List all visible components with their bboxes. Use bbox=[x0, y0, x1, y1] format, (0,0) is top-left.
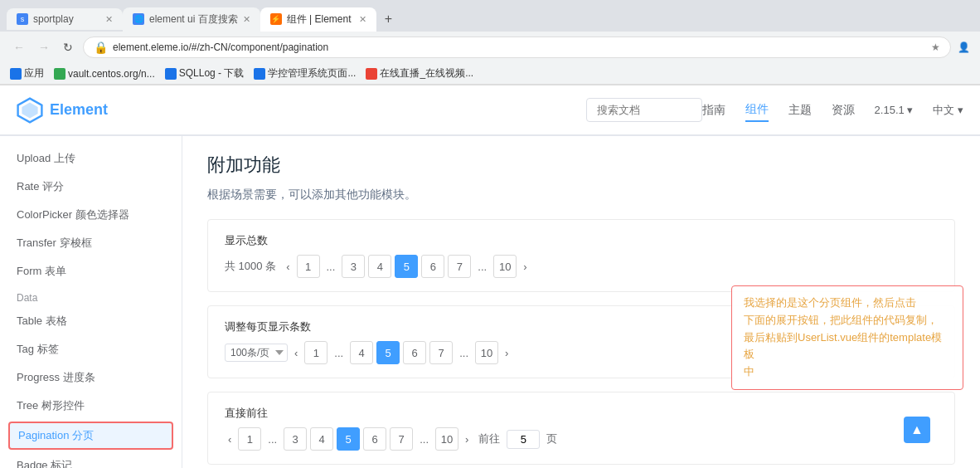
main-layout: Upload 上传 Rate 评分 ColorPicker 颜色选择器 Tran… bbox=[0, 136, 980, 468]
sidebar-item-table[interactable]: Table 表格 bbox=[0, 307, 182, 335]
sidebar-section-data: Data bbox=[0, 285, 182, 307]
refresh-button[interactable]: ↻ bbox=[60, 39, 76, 56]
logo[interactable]: Element bbox=[17, 97, 108, 124]
bookmark-sqllog-icon bbox=[165, 68, 177, 80]
nav-theme[interactable]: 主题 bbox=[788, 100, 812, 121]
profile-icon[interactable]: 👤 bbox=[958, 41, 970, 53]
page-4-total[interactable]: 4 bbox=[368, 255, 391, 278]
tab-label-element-component: 组件 | Element bbox=[287, 12, 352, 27]
browser-actions: 👤 bbox=[958, 41, 970, 53]
tab-element-component[interactable]: ⚡ 组件 | Element ✕ bbox=[260, 7, 376, 32]
sidebar-item-form[interactable]: Form 表单 bbox=[0, 257, 182, 285]
tab-favicon-element-search: 🌐 bbox=[133, 13, 144, 25]
page-3-goto[interactable]: 3 bbox=[284, 427, 307, 451]
content-area: 附加功能 根据场景需要，可以添加其他功能模块。 显示总数 共 1000 条 ‹ … bbox=[182, 136, 980, 468]
tab-close-sportplay[interactable]: ✕ bbox=[105, 14, 113, 25]
annotation-box: 我选择的是这个分页组件，然后点击下面的展开按钮，把此组件的代码复制，最后粘贴到U… bbox=[731, 285, 963, 390]
bookmark-xuekong[interactable]: 学控管理系统页面... bbox=[254, 66, 356, 80]
page-7-total[interactable]: 7 bbox=[448, 255, 471, 278]
page-5-pagesize[interactable]: 5 bbox=[376, 341, 400, 364]
page-10-pagesize[interactable]: 10 bbox=[475, 341, 498, 364]
sidebar: Upload 上传 Rate 评分 ColorPicker 颜色选择器 Tran… bbox=[0, 136, 182, 468]
bookmark-apps-label: 应用 bbox=[24, 66, 44, 80]
sidebar-item-colorpicker[interactable]: ColorPicker 颜色选择器 bbox=[0, 201, 182, 229]
bookmark-xuekong-label: 学控管理系统页面... bbox=[268, 66, 356, 80]
sidebar-item-rate[interactable]: Rate 评分 bbox=[0, 173, 182, 201]
page-size-select[interactable]: 100条/页 50条/页 20条/页 bbox=[225, 344, 288, 362]
page-6-pagesize[interactable]: 6 bbox=[403, 341, 426, 364]
bookmark-apps[interactable]: 应用 bbox=[10, 66, 44, 80]
prev-page-goto[interactable]: ‹ bbox=[225, 433, 235, 446]
page-1-goto[interactable]: 1 bbox=[238, 427, 261, 451]
sidebar-item-progress[interactable]: Progress 进度条 bbox=[0, 363, 182, 392]
page-7-pagesize[interactable]: 7 bbox=[429, 341, 453, 364]
section-desc: 根据场景需要，可以添加其他功能模块。 bbox=[207, 188, 955, 202]
nav-language[interactable]: 中文 ▾ bbox=[933, 103, 963, 118]
new-tab-button[interactable]: + bbox=[376, 7, 400, 32]
page-5-goto[interactable]: 5 bbox=[337, 427, 360, 451]
page-10-goto[interactable]: 10 bbox=[435, 427, 458, 451]
tab-label-element-search: element ui 百度搜索 bbox=[149, 12, 238, 27]
nav-component[interactable]: 组件 bbox=[745, 99, 769, 122]
bookmark-sqllog[interactable]: SQLLog - 下载 bbox=[165, 66, 245, 80]
pagination-total: 共 1000 条 ‹ 1 ... 3 4 5 6 7 ... 10 › bbox=[225, 255, 938, 278]
prev-page-pagesize[interactable]: ‹ bbox=[291, 347, 301, 359]
tabs-bar: s sportplay ✕ 🌐 element ui 百度搜索 ✕ ⚡ 组件 |… bbox=[0, 0, 980, 32]
forward-button[interactable]: → bbox=[35, 39, 53, 56]
page-5-total[interactable]: 5 bbox=[395, 255, 418, 278]
svg-marker-1 bbox=[22, 102, 37, 118]
page-4-goto[interactable]: 4 bbox=[310, 427, 333, 451]
nav-version[interactable]: 2.15.1 ▾ bbox=[875, 104, 914, 116]
search-input[interactable] bbox=[586, 98, 702, 122]
page-7-goto[interactable]: 7 bbox=[390, 427, 413, 451]
tab-close-element-component[interactable]: ✕ bbox=[359, 14, 366, 25]
tab-favicon-element-component: ⚡ bbox=[270, 13, 282, 25]
lock-icon: 🔒 bbox=[94, 41, 108, 54]
demo-content-goto: 直接前往 ‹ 1 ... 3 4 5 6 7 ... 10 › 前往 页 bbox=[208, 392, 954, 464]
nav-guide[interactable]: 指南 bbox=[702, 100, 725, 121]
nav-resource[interactable]: 资源 bbox=[832, 100, 855, 121]
sidebar-item-upload[interactable]: Upload 上传 bbox=[0, 144, 182, 173]
sidebar-item-tag[interactable]: Tag 标签 bbox=[0, 335, 182, 363]
page-6-total[interactable]: 6 bbox=[421, 255, 444, 278]
browser-chrome: s sportplay ✕ 🌐 element ui 百度搜索 ✕ ⚡ 组件 |… bbox=[0, 0, 980, 85]
bookmark-vault[interactable]: vault.centos.org/n... bbox=[54, 68, 155, 80]
demo-label-goto: 直接前往 bbox=[225, 406, 938, 421]
goto-page-label: 页 bbox=[546, 431, 557, 446]
next-page-total[interactable]: › bbox=[520, 261, 530, 273]
tab-element-search[interactable]: 🌐 element ui 百度搜索 ✕ bbox=[123, 7, 260, 32]
next-page-goto[interactable]: › bbox=[462, 433, 472, 446]
goto-input[interactable] bbox=[507, 430, 540, 449]
bookmark-live[interactable]: 在线直播_在线视频... bbox=[366, 66, 473, 80]
sidebar-item-tree[interactable]: Tree 树形控件 bbox=[0, 392, 182, 420]
next-page-pagesize[interactable]: › bbox=[502, 347, 512, 359]
prev-page-total[interactable]: ‹ bbox=[283, 261, 293, 273]
total-text: 共 1000 条 bbox=[225, 259, 276, 274]
url-bar[interactable]: 🔒 element.eleme.io/#/zh-CN/component/pag… bbox=[83, 37, 951, 58]
back-button[interactable]: ← bbox=[10, 39, 28, 56]
dots-2-total: ... bbox=[474, 261, 490, 273]
bookmark-vault-icon bbox=[54, 68, 65, 80]
dots-2-pagesize: ... bbox=[456, 347, 472, 359]
sidebar-item-badge[interactable]: Badge 标记 bbox=[0, 451, 182, 468]
demo-block-goto: 直接前往 ‹ 1 ... 3 4 5 6 7 ... 10 › 前往 页 bbox=[207, 392, 955, 465]
bookmark-sqllog-label: SQLLog - 下载 bbox=[179, 66, 245, 80]
site-header: Element 指南 组件 主题 资源 2.15.1 ▾ 中文 ▾ bbox=[0, 85, 980, 136]
dots-2-goto: ... bbox=[416, 433, 432, 446]
page-3-total[interactable]: 3 bbox=[342, 255, 365, 278]
page-10-total[interactable]: 10 bbox=[493, 255, 517, 278]
url-text: element.eleme.io/#/zh-CN/component/pagin… bbox=[113, 41, 328, 53]
address-bar: ← → ↻ 🔒 element.eleme.io/#/zh-CN/compone… bbox=[0, 32, 980, 63]
page-1-total[interactable]: 1 bbox=[297, 255, 320, 278]
logo-icon bbox=[17, 97, 43, 124]
page-4-pagesize[interactable]: 4 bbox=[350, 341, 373, 364]
tab-sportplay[interactable]: s sportplay ✕ bbox=[7, 8, 123, 30]
sidebar-item-pagination[interactable]: Pagination 分页 bbox=[8, 422, 173, 450]
demo-content-total: 显示总数 共 1000 条 ‹ 1 ... 3 4 5 6 7 ... 10 › bbox=[208, 220, 954, 291]
scroll-top-button[interactable]: ▲ bbox=[904, 417, 930, 443]
page-1-pagesize[interactable]: 1 bbox=[304, 341, 327, 364]
sidebar-item-transfer[interactable]: Transfer 穿梭框 bbox=[0, 229, 182, 257]
tab-close-element-search[interactable]: ✕ bbox=[243, 14, 250, 25]
bookmark-live-icon bbox=[366, 68, 377, 80]
page-6-goto[interactable]: 6 bbox=[363, 427, 386, 451]
